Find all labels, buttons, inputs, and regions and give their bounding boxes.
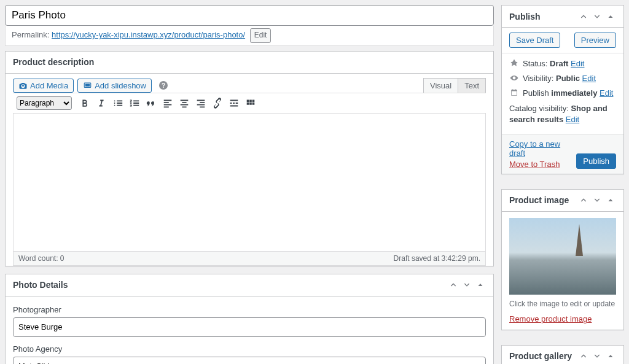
- word-count: Word count: 0: [18, 254, 64, 263]
- caret-up-icon: [606, 12, 615, 21]
- move-trash-link[interactable]: Move to Trash: [509, 160, 576, 169]
- calendar-icon: [509, 88, 519, 98]
- draft-saved-status: Draft saved at 3:42:29 pm.: [394, 254, 480, 263]
- align-center-icon: [179, 98, 190, 109]
- format-select[interactable]: Paragraph: [17, 96, 72, 110]
- product-description-title: Product description: [13, 57, 94, 67]
- caret-up-icon: [606, 196, 615, 204]
- chevron-up-icon: [579, 352, 588, 360]
- move-up-button[interactable]: [578, 11, 589, 22]
- chevron-up-icon: [579, 12, 588, 21]
- move-down-button[interactable]: [592, 350, 603, 362]
- caret-up-icon: [606, 352, 615, 360]
- photo-details-box: Photo Details Photographer Photo Agency: [5, 274, 494, 364]
- product-description-box: Product description Add Media Add slides…: [5, 51, 494, 266]
- permalink-base[interactable]: https://yucky-yak-xipu.instawp.xyz/produ…: [52, 30, 245, 39]
- photo-details-title: Photo Details: [13, 280, 68, 290]
- permalink-row: Permalink: https://yucky-yak-xipu.instaw…: [5, 26, 494, 46]
- chevron-down-icon: [593, 12, 601, 21]
- move-up-button[interactable]: [448, 279, 459, 290]
- tab-visual[interactable]: Visual: [423, 78, 458, 93]
- editor-toolbar: Paragraph: [13, 93, 486, 114]
- read-more-icon: [229, 98, 240, 109]
- italic-icon: [96, 98, 107, 109]
- help-icon[interactable]: ?: [159, 81, 168, 90]
- edit-status-link[interactable]: Edit: [571, 59, 584, 68]
- publish-box: Publish Save Draft Preview Status: Draft…: [501, 5, 624, 174]
- move-down-button[interactable]: [461, 279, 472, 290]
- bold-icon: [79, 98, 90, 109]
- save-draft-button[interactable]: Save Draft: [509, 33, 560, 48]
- svg-rect-1: [85, 83, 90, 87]
- publish-button[interactable]: Publish: [576, 153, 616, 169]
- product-title-input[interactable]: [5, 5, 494, 26]
- chevron-down-icon: [593, 352, 601, 360]
- product-image-box: Product image Click the image to edit or…: [501, 189, 624, 330]
- toolbar-toggle-button[interactable]: [243, 96, 258, 110]
- toggle-panel-button[interactable]: [605, 11, 616, 22]
- align-center-button[interactable]: [177, 96, 192, 110]
- link-icon: [212, 98, 223, 109]
- align-right-button[interactable]: [193, 96, 208, 110]
- permalink-edit-button[interactable]: Edit: [250, 28, 272, 43]
- chevron-down-icon: [463, 281, 471, 289]
- camera-icon: [18, 81, 28, 90]
- add-slideshow-button[interactable]: Add slideshow: [77, 79, 152, 93]
- copy-draft-link[interactable]: Copy to a new draft: [509, 139, 576, 158]
- read-more-button[interactable]: [227, 96, 241, 110]
- pin-icon: [509, 58, 519, 68]
- preview-button[interactable]: Preview: [574, 33, 616, 48]
- edit-visibility-link[interactable]: Edit: [582, 74, 596, 83]
- edit-schedule-link[interactable]: Edit: [600, 88, 613, 98]
- move-down-button[interactable]: [592, 195, 603, 206]
- move-up-button[interactable]: [578, 195, 589, 206]
- publish-title: Publish: [509, 12, 541, 21]
- photographer-input[interactable]: [13, 317, 486, 337]
- bullet-list-icon: [112, 98, 123, 109]
- add-media-button[interactable]: Add Media: [13, 79, 74, 93]
- numbered-list-icon: [129, 98, 140, 109]
- chevron-down-icon: [593, 196, 601, 204]
- bullet-list-button[interactable]: [111, 96, 125, 110]
- eye-icon: [509, 73, 519, 83]
- align-left-button[interactable]: [160, 96, 175, 110]
- blockquote-button[interactable]: [144, 96, 158, 110]
- slideshow-icon: [83, 81, 92, 90]
- chevron-up-icon: [449, 281, 458, 289]
- product-image-thumbnail[interactable]: [509, 218, 616, 295]
- link-button[interactable]: [210, 96, 225, 110]
- product-gallery-box: Product gallery Add product gallery imag…: [501, 345, 624, 364]
- caret-up-icon: [476, 281, 485, 289]
- align-right-icon: [195, 98, 206, 109]
- product-image-hint: Click the image to edit or update: [509, 300, 616, 308]
- align-left-icon: [162, 98, 173, 109]
- editor-content-area[interactable]: [13, 114, 486, 252]
- remove-product-image-link[interactable]: Remove product image: [509, 314, 592, 323]
- quote-icon: [146, 98, 157, 109]
- agency-input[interactable]: [13, 357, 486, 364]
- toggle-panel-button[interactable]: [605, 350, 616, 362]
- permalink-label: Permalink:: [12, 30, 49, 39]
- chevron-up-icon: [579, 196, 588, 204]
- toggle-panel-button[interactable]: [475, 279, 486, 290]
- toggle-panel-button[interactable]: [605, 195, 616, 206]
- numbered-list-button[interactable]: [127, 96, 142, 110]
- bold-button[interactable]: [77, 96, 92, 110]
- italic-button[interactable]: [94, 96, 109, 110]
- tab-text[interactable]: Text: [458, 78, 486, 93]
- move-down-button[interactable]: [592, 11, 603, 22]
- agency-label: Photo Agency: [13, 344, 486, 354]
- edit-catalog-link[interactable]: Edit: [566, 115, 579, 124]
- product-gallery-title: Product gallery: [509, 351, 572, 361]
- toolbar-toggle-icon: [245, 98, 256, 109]
- move-up-button[interactable]: [578, 350, 589, 362]
- product-image-title: Product image: [509, 195, 569, 205]
- photographer-label: Photographer: [13, 305, 486, 314]
